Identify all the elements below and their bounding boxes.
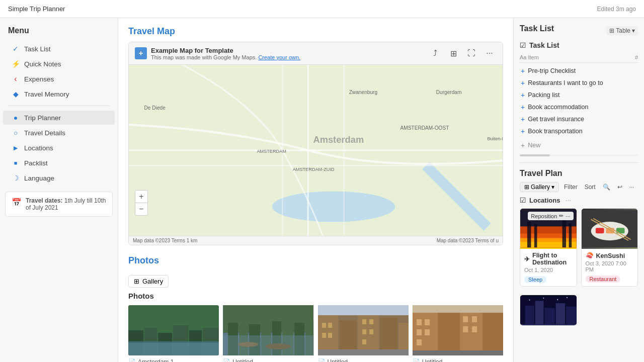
map-expand-button[interactable]: ⛶ — [464, 46, 478, 60]
map-footer: Map data ©2023 Terms 1 km Map data ©2023… — [129, 236, 503, 245]
svg-rect-77 — [534, 224, 537, 247]
flight-card-info: ✈ Flight to Destination Oct 1, 2020 Slee… — [520, 249, 577, 286]
map-create-link[interactable]: Create your own. — [258, 54, 300, 60]
task-checkbox-icon: ☑ — [520, 41, 526, 49]
task-item-3[interactable]: + Book accommodation — [520, 101, 638, 113]
sidebar-item-travel-details[interactable]: ○ Travel Details — [3, 126, 115, 140]
svg-rect-91 — [556, 303, 566, 324]
location-card-kensushi: 🍣 KenSushi Oct 3, 2020 7:00 PM Restauran… — [581, 208, 638, 287]
svg-rect-79 — [569, 223, 572, 247]
sidebar-menu-title: Menu — [0, 24, 118, 41]
travel-plan-gallery-button[interactable]: ⊞ Gallery ▾ — [520, 182, 559, 192]
map-more-button[interactable]: ··· — [482, 46, 497, 60]
map-zoom-controls: + − — [135, 190, 148, 216]
svg-rect-51 — [369, 329, 373, 334]
photo-caption-untitled2: 📄 Untitled — [318, 357, 409, 362]
gallery-tab-button[interactable]: ⊞ Gallery — [128, 275, 169, 288]
new-task-button[interactable]: + New — [520, 139, 638, 151]
travel-plan-title: Travel Plan — [520, 169, 638, 178]
flight-card-date: Oct 1, 2020 — [524, 267, 573, 273]
zoom-in-button[interactable]: + — [135, 191, 147, 203]
table-badge-label: Table — [616, 27, 630, 34]
map-body: Amsterdam AMSTERDAM-OOST AMSTERDAM-ZUID … — [129, 65, 503, 236]
svg-rect-41 — [358, 313, 379, 355]
svg-rect-82 — [595, 228, 604, 233]
map-header: Example Map for Template This map was ma… — [129, 42, 503, 65]
sort-button[interactable]: Sort — [583, 183, 598, 192]
filter-button[interactable]: Filter — [562, 183, 580, 192]
svg-rect-50 — [362, 329, 366, 334]
sidebar-label-packlist: Packlist — [24, 159, 48, 167]
gallery-tab-label: Gallery — [142, 278, 163, 285]
photos-subtitle: Photos — [128, 292, 503, 300]
task-item-4[interactable]: + Get travel insurance — [520, 113, 638, 125]
square-icon: ■ — [11, 158, 20, 167]
photos-section-title: Photos — [128, 255, 159, 266]
locations-header: ☑ Locations ··· — [520, 196, 638, 204]
photo-item-untitled1: 📄 Untitled — [223, 305, 313, 362]
sidebar-item-language[interactable]: ☽ Language — [3, 171, 115, 185]
sidebar-item-packlist[interactable]: ■ Packlist — [3, 156, 115, 170]
svg-text:Zwanenburg: Zwanenburg — [349, 89, 377, 95]
map-share-button[interactable]: ⤴ — [428, 46, 442, 60]
svg-rect-49 — [369, 319, 373, 324]
svg-point-93 — [529, 300, 530, 301]
task-item-5[interactable]: + Book transportation — [520, 125, 638, 137]
photo-label-untitled3: Untitled — [422, 358, 443, 362]
map-title-text: Example Map for Template — [151, 47, 300, 54]
svg-rect-53 — [318, 305, 409, 315]
svg-rect-62 — [417, 329, 422, 335]
svg-text:Durgerdam: Durgerdam — [436, 89, 462, 95]
search-button[interactable]: 🔍 — [601, 183, 612, 192]
map-title-block: Example Map for Template This map was ma… — [151, 47, 300, 60]
svg-text:Buiten-IJ: Buiten-IJ — [487, 136, 503, 141]
sidebar-item-expenses[interactable]: ‹ Expenses — [3, 72, 115, 86]
task-col-item-label: Aa Item — [520, 54, 539, 60]
kensushi-card-date: Oct 3, 2020 7:00 PM — [586, 260, 634, 273]
task-scrollbar[interactable] — [520, 154, 638, 156]
table-badge[interactable]: ⊞ Table ▾ — [606, 26, 638, 35]
kensushi-card-image — [582, 209, 638, 249]
zoom-out-button[interactable]: − — [135, 203, 147, 215]
photo-thumb-untitled1 — [223, 305, 313, 355]
second-row-cards — [520, 295, 638, 326]
photo-caption-untitled1: 📄 Untitled — [223, 357, 313, 362]
reposition-bar[interactable]: Reposition ✏ ··· — [528, 212, 573, 220]
task-item-label-5: Book transportation — [528, 128, 582, 135]
task-item-0[interactable]: + Pre-trip Checklist — [520, 65, 638, 77]
flight-card-inner: Reposition ✏ ··· — [520, 209, 577, 249]
task-list-header: ☑ Task List — [520, 41, 638, 49]
app-title: Simple Trip Planner — [8, 5, 65, 13]
map-edit-button[interactable]: ⊞ — [446, 46, 460, 60]
location-card-night — [520, 295, 577, 326]
undo-button[interactable]: ↩ — [615, 183, 624, 192]
svg-rect-65 — [463, 316, 468, 322]
map-title-area: Example Map for Template This map was ma… — [135, 47, 300, 60]
doc-icon: 📄 — [128, 358, 136, 362]
doc-icon-2: 📄 — [223, 358, 230, 362]
task-item-2[interactable]: + Packing list — [520, 89, 638, 101]
locations-more-icon: ··· — [565, 196, 571, 204]
photos-section: Photos ⊞ Gallery Photos 📄 Amsterdam 1 — [128, 255, 503, 362]
sidebar-label-language: Language — [24, 174, 54, 182]
task-item-1[interactable]: + Restaurants I want to go to — [520, 77, 638, 89]
travel-dates-text: Travel dates: 1th July till 10th of July… — [26, 197, 106, 211]
task-list-section-title: Task List — [520, 24, 554, 33]
task-plus-icon-3: + — [521, 103, 525, 111]
more-options-button[interactable]: ··· — [627, 183, 636, 192]
right-panel: Task List ⊞ Table ▾ ☑ Task List Aa Item … — [513, 18, 644, 362]
svg-rect-44 — [322, 323, 326, 328]
sushi-icon: 🍣 — [586, 252, 594, 259]
sidebar-item-task-list[interactable]: ✓ Task List — [3, 42, 115, 56]
task-plus-icon-0: + — [521, 67, 525, 75]
sidebar-item-trip-planner[interactable]: ● Trip Planner — [3, 111, 115, 125]
sidebar-item-locations[interactable]: ▶ Locations — [3, 141, 115, 155]
sidebar-item-travel-memory[interactable]: ◆ Travel Memory — [3, 87, 115, 101]
svg-rect-67 — [463, 326, 468, 332]
svg-rect-89 — [535, 301, 544, 324]
sidebar-label-travel-memory: Travel Memory — [24, 90, 69, 98]
flight-icon: ✈ — [524, 255, 530, 263]
photo-label-untitled2: Untitled — [328, 358, 348, 362]
task-item-label-4: Get travel insurance — [528, 116, 584, 123]
sidebar-item-quick-notes[interactable]: ⚡ Quick Notes — [3, 57, 115, 71]
